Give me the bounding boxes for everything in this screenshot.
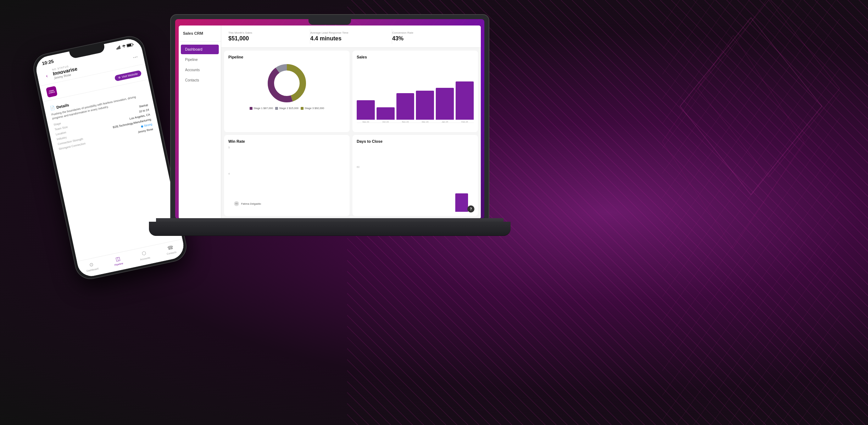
phone-nav-pipeline[interactable]: ◫ Pipeline (104, 253, 132, 268)
more-options-button[interactable]: ··· (132, 53, 138, 60)
kpi-response-value: 4.4 minutes (310, 35, 386, 42)
legend-dot-stage2 (275, 107, 278, 110)
phone-time: 10:25 (41, 58, 54, 66)
kpi-conversion-value: 43% (392, 35, 468, 42)
laptop-screen-bg: Sales CRM Dashboard Pipeline Accounts Co… (175, 19, 484, 219)
kpi-conversion: Conversion Rate 43% (392, 29, 474, 44)
field-value-teamsize: 10 to 24 (139, 108, 149, 114)
bar-nov23: Nov 23 (396, 93, 414, 123)
kpi-sales-label: This Month's Sales (228, 31, 304, 34)
win-rate-y4: 4 (228, 172, 230, 175)
crm-logo: Sales CRM (179, 31, 221, 41)
rep-avatar: FD (234, 201, 239, 206)
win-rate-rep-row: FD Fatima Delgadilo (234, 201, 345, 206)
phone-nav-dashboard[interactable]: ⊙ Dashboard (77, 258, 106, 274)
laptop-device: Sales CRM Dashboard Pipeline Accounts Co… (170, 14, 489, 333)
field-value-strongest: Jimmy Rose (138, 128, 154, 134)
laptop-body: Sales CRM Dashboard Pipeline Accounts Co… (170, 14, 489, 220)
visit-btn-label: Visit Website (121, 72, 138, 78)
pipeline-nav-icon: ◫ (113, 255, 122, 263)
days-y-label: 60 (357, 166, 360, 168)
pipeline-donut-container: Stage 1 $87,000 Stage 2 $15,000 Stage 3 … (228, 62, 345, 128)
legend-label-stage2: Stage 2 $15,000 (279, 107, 299, 110)
bar-oct23-value (377, 107, 395, 120)
nav-pipeline[interactable]: Pipeline (181, 55, 219, 64)
dashboard-nav-icon: ⊙ (87, 260, 96, 269)
legend-stage1: Stage 1 $87,000 (250, 107, 273, 110)
field-label-stage: Stage (53, 122, 61, 126)
svg-rect-6 (117, 47, 118, 49)
field-label-location: Location (55, 131, 66, 136)
legend-dot-stage3 (301, 107, 304, 110)
chart-baseline (357, 123, 474, 123)
win-rate-title: Win Rate (228, 139, 345, 143)
days-bar (455, 193, 468, 212)
legend-dot-stage1 (250, 107, 252, 110)
logo-text: FEMOKARUS (48, 89, 55, 94)
field-value-stage: Startup (139, 103, 148, 108)
legend-stage3: Stage 3 $92,000 (301, 107, 324, 110)
visit-website-button[interactable]: ⊕ Visit Website (114, 70, 142, 81)
kpi-response-label: Average Lead Response Time (310, 31, 386, 34)
pipeline-card: Pipeline (224, 51, 350, 132)
win-rate-chart: 5 4 FD Fatima Delgadilo (228, 146, 345, 212)
bar-oct23: Oct 23 (377, 107, 395, 123)
crm-main-content: This Month's Sales $51,000 Average Lead … (221, 26, 481, 219)
laptop-notch (308, 19, 351, 25)
accounts-nav-icon: ⬡ (140, 249, 148, 257)
kpi-response: Average Lead Response Time 4.4 minutes (310, 29, 392, 44)
crm-sidebar: Sales CRM Dashboard Pipeline Accounts Co… (179, 26, 221, 219)
win-rate-card: Win Rate 5 4 FD Fatima Delgadilo (224, 135, 350, 216)
days-to-close-title: Days to Close (357, 139, 474, 143)
pipeline-legend: Stage 1 $87,000 Stage 2 $15,000 Stage 3 … (250, 107, 324, 110)
help-button[interactable]: ? (467, 205, 474, 212)
bar-feb24-value (456, 81, 474, 120)
pipeline-card-title: Pipeline (228, 55, 345, 59)
win-rate-y5: 5 (228, 146, 230, 149)
company-logo: FEMOKARUS (46, 86, 57, 97)
back-button[interactable]: ‹ (43, 72, 51, 80)
days-to-close-card: Days to Close 60 ? (352, 135, 478, 216)
kpi-conversion-label: Conversion Rate (392, 31, 468, 34)
bar-sep23-value (357, 100, 375, 120)
nav-accounts[interactable]: Accounts (181, 65, 219, 75)
kpi-row: This Month's Sales $51,000 Average Lead … (221, 26, 481, 48)
bar-dec23-value (416, 91, 434, 120)
crm-app: Sales CRM Dashboard Pipeline Accounts Co… (179, 26, 481, 219)
legend-label-stage1: Stage 1 $87,000 (254, 107, 273, 110)
svg-rect-7 (118, 46, 119, 49)
laptop-bottom (149, 222, 511, 236)
legend-label-stage3: Stage 3 $92,000 (305, 107, 324, 110)
svg-rect-5 (116, 48, 117, 50)
sales-bar-chart: Sep 23 Oct 23 Nov 23 (357, 62, 474, 128)
bar-jan24-value (436, 88, 454, 120)
field-label-industry: Industry (56, 136, 67, 141)
globe-icon: ⊕ (118, 75, 121, 79)
signal-icon (116, 45, 122, 50)
nav-dashboard[interactable]: Dashboard (181, 45, 219, 54)
pipeline-donut-chart (266, 62, 308, 104)
nav-contacts[interactable]: Contacts (181, 75, 219, 85)
kpi-sales: This Month's Sales $51,000 (228, 29, 310, 44)
bar-feb24: Feb 24 (456, 81, 474, 123)
document-icon: 📄 (50, 105, 55, 111)
bar-sep23: Sep 23 (357, 100, 375, 123)
bar-dec23: Dec 23 (416, 91, 434, 123)
sales-card: Sales Sep 23 (352, 51, 478, 132)
days-to-close-chart: 60 (357, 146, 474, 212)
svg-point-9 (124, 47, 124, 47)
legend-stage2: Stage 2 $15,000 (275, 107, 299, 110)
bar-nov23-value (396, 93, 414, 120)
phone-nav-accounts[interactable]: ⬡ Accounts (130, 247, 158, 262)
bar-jan24: Jan 24 (436, 88, 454, 123)
wifi-icon (122, 44, 126, 48)
battery-icon (126, 42, 134, 47)
field-value-strength: Strong (141, 123, 152, 128)
kpi-sales-value: $51,000 (228, 35, 304, 42)
rep-name: Fatima Delgadilo (241, 202, 261, 205)
svg-point-21 (274, 71, 299, 96)
strong-indicator (141, 125, 144, 128)
dashboard-grid: Pipeline (221, 48, 481, 219)
sales-card-title: Sales (357, 55, 474, 59)
